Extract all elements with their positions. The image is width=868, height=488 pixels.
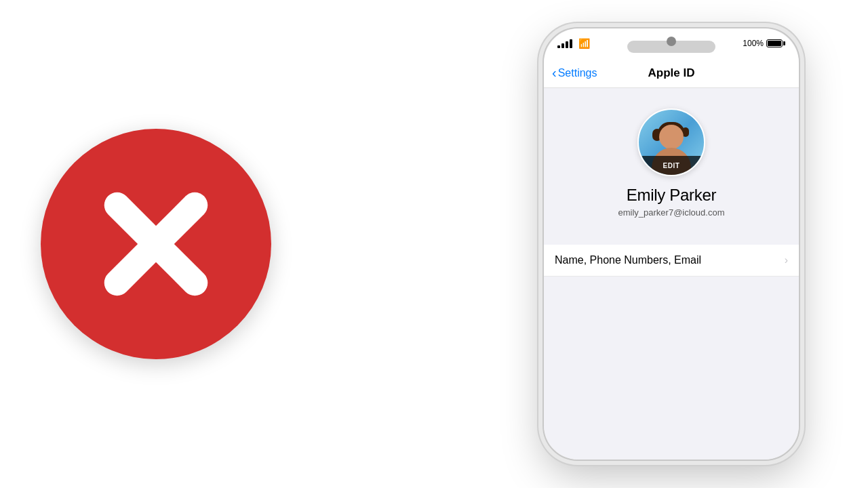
wifi-icon: 📶 bbox=[578, 38, 590, 49]
back-button-label: Settings bbox=[558, 67, 597, 79]
avatar-container[interactable]: EDIT bbox=[637, 108, 705, 176]
signal-bar-4 bbox=[570, 39, 572, 48]
battery-icon bbox=[766, 39, 785, 47]
screen-content: EDIT Emily Parker emily_parker7@icloud.c… bbox=[544, 88, 799, 460]
phone-screen: 📶 9:41 AM 100% bbox=[544, 28, 799, 460]
camera-icon bbox=[667, 37, 676, 46]
battery-body bbox=[766, 39, 783, 47]
error-circle bbox=[41, 129, 271, 359]
battery-tip bbox=[783, 41, 785, 45]
signal-bar-1 bbox=[557, 45, 560, 48]
signal-icon bbox=[557, 39, 572, 48]
signal-bar-2 bbox=[561, 43, 564, 48]
status-bar-right: 100% bbox=[743, 39, 785, 48]
battery-fill bbox=[768, 41, 781, 46]
back-button[interactable]: ‹ Settings bbox=[552, 66, 597, 79]
profile-section: EDIT Emily Parker emily_parker7@icloud.c… bbox=[544, 88, 799, 231]
phone-body: 📶 9:41 AM 100% bbox=[542, 27, 800, 461]
battery-percent: 100% bbox=[743, 39, 764, 48]
page-title: Apple ID bbox=[648, 66, 695, 80]
avatar: EDIT bbox=[637, 108, 705, 176]
edit-badge[interactable]: EDIT bbox=[639, 156, 704, 175]
status-bar-left: 📶 bbox=[557, 38, 590, 49]
list-item-name-phone-email[interactable]: Name, Phone Numbers, Email › bbox=[544, 245, 799, 277]
list-section: Name, Phone Numbers, Email › bbox=[544, 245, 799, 277]
profile-email: emily_parker7@icloud.com bbox=[618, 207, 725, 218]
signal-bar-3 bbox=[566, 41, 568, 48]
nav-bar: ‹ Settings Apple ID bbox=[544, 58, 799, 88]
list-item-label: Name, Phone Numbers, Email bbox=[555, 254, 701, 266]
phone-device: 📶 9:41 AM 100% bbox=[542, 27, 800, 461]
chevron-left-icon: ‹ bbox=[552, 66, 557, 79]
profile-name: Emily Parker bbox=[627, 186, 716, 205]
avatar-head bbox=[659, 125, 684, 149]
scene: 📶 9:41 AM 100% bbox=[0, 0, 868, 488]
x-mark-icon bbox=[95, 183, 217, 305]
chevron-right-icon: › bbox=[785, 254, 788, 266]
edit-badge-label: EDIT bbox=[663, 162, 680, 169]
